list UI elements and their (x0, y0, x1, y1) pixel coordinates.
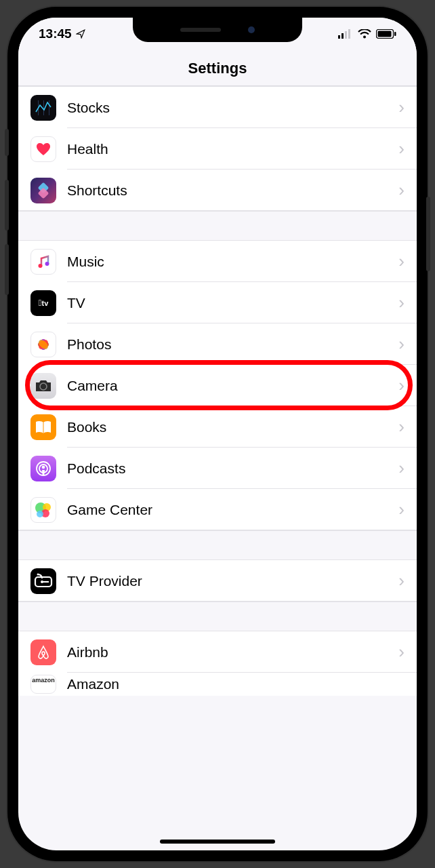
health-icon (30, 136, 56, 162)
chevron-right-icon: › (398, 375, 405, 396)
svg-rect-6 (378, 31, 392, 37)
chevron-right-icon: › (398, 97, 405, 118)
settings-group-2: Music › tv TV › (18, 241, 417, 530)
status-time: 13:45 (39, 26, 72, 41)
tvprovider-icon (30, 568, 56, 594)
volume-down-button (5, 244, 9, 295)
row-shortcuts[interactable]: Shortcuts › (18, 170, 417, 211)
svg-point-27 (42, 465, 45, 469)
svg-rect-10 (49, 100, 49, 115)
chevron-right-icon: › (398, 642, 405, 663)
row-camera[interactable]: Camera › (18, 365, 417, 406)
page-title: Settings (18, 60, 417, 77)
row-stocks[interactable]: Stocks › (18, 87, 417, 128)
row-label: Shortcuts (67, 182, 398, 199)
row-tv[interactable]: tv TV › (18, 282, 417, 323)
chevron-right-icon: › (398, 570, 405, 591)
row-label: Stocks (67, 100, 398, 116)
amazon-icon: amazon (30, 675, 56, 694)
settings-group-1: Stocks › Health › Shortcuts › (18, 86, 417, 211)
power-button (426, 197, 430, 271)
row-airbnb[interactable]: Airbnb › (18, 631, 417, 673)
apple-tv-label: tv (41, 299, 48, 307)
chevron-right-icon: › (398, 499, 405, 520)
shortcuts-icon (30, 178, 56, 203)
row-label: Amazon (67, 676, 405, 692)
svg-point-31 (37, 511, 43, 517)
svg-point-13 (39, 264, 43, 268)
svg-point-14 (45, 262, 49, 266)
battery-icon (376, 29, 396, 39)
screen: 13:45 (18, 18, 417, 850)
chevron-right-icon: › (398, 458, 405, 479)
row-label: Podcasts (67, 460, 398, 477)
settings-group-4: Airbnb › amazon Amazon (18, 631, 417, 696)
row-label: TV Provider (67, 573, 398, 589)
row-label: Airbnb (67, 644, 398, 660)
front-camera (248, 26, 255, 33)
svg-rect-2 (345, 31, 347, 39)
gamecenter-icon (30, 497, 56, 523)
location-arrow-icon (76, 29, 85, 39)
camera-icon (30, 373, 56, 399)
books-icon (30, 414, 56, 440)
row-podcasts[interactable]: Podcasts › (18, 448, 417, 489)
row-game-center[interactable]: Game Center › (18, 489, 417, 530)
row-label: Game Center (67, 502, 398, 518)
row-label: Music (67, 254, 398, 270)
photos-icon (30, 332, 56, 357)
stocks-icon (30, 95, 56, 121)
group-separator (18, 530, 417, 560)
row-label: Books (67, 419, 398, 435)
row-books[interactable]: Books › (18, 406, 417, 448)
group-separator (18, 211, 417, 241)
chevron-right-icon: › (398, 292, 405, 313)
podcasts-icon (30, 456, 56, 481)
svg-rect-1 (341, 33, 344, 39)
earpiece (180, 28, 221, 32)
group-separator (18, 601, 417, 631)
home-indicator[interactable] (160, 840, 275, 844)
svg-point-33 (37, 573, 39, 575)
wifi-icon (358, 29, 371, 39)
chevron-right-icon: › (398, 416, 405, 437)
chevron-right-icon: › (398, 251, 405, 272)
svg-point-4 (363, 36, 366, 39)
settings-group-3: TV Provider › (18, 560, 417, 601)
silence-switch (5, 129, 9, 156)
row-label: Photos (67, 336, 398, 353)
row-amazon[interactable]: amazon Amazon (18, 673, 417, 696)
amazon-logo-text: amazon (32, 677, 55, 684)
svg-rect-3 (348, 29, 350, 39)
svg-rect-9 (43, 100, 44, 115)
row-music[interactable]: Music › (18, 241, 417, 282)
row-label: Health (67, 141, 398, 157)
airbnb-icon (30, 639, 56, 665)
svg-point-23 (40, 383, 47, 390)
chevron-right-icon: › (398, 180, 405, 201)
cell-signal-icon (338, 29, 353, 39)
chevron-right-icon: › (398, 334, 405, 355)
row-tv-provider[interactable]: TV Provider › (18, 560, 417, 601)
chevron-right-icon: › (398, 138, 405, 159)
row-photos[interactable]: Photos › (18, 323, 417, 365)
row-label: TV (67, 295, 398, 311)
device-frame: 13:45 (7, 7, 428, 861)
row-health[interactable]: Health › (18, 128, 417, 170)
svg-rect-7 (394, 32, 396, 36)
notch (133, 18, 302, 42)
svg-rect-0 (338, 35, 340, 39)
row-label: Camera (67, 378, 398, 394)
volume-up-button (5, 180, 9, 231)
music-icon (30, 249, 56, 275)
tv-icon: tv (30, 290, 56, 316)
